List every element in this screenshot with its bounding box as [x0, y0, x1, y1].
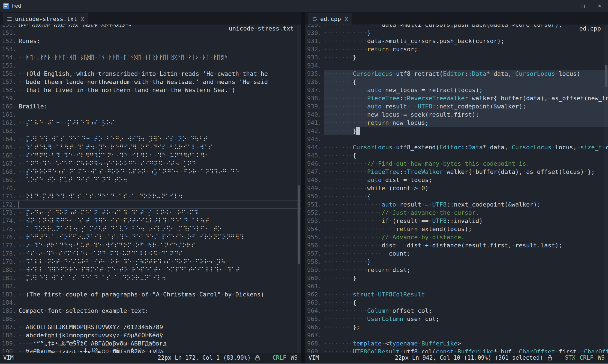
code-line[interactable]: 185.Compact·font·selection·example·text: [0, 307, 301, 315]
code-line[interactable]: 949.············while·(count·>·0) [305, 184, 608, 192]
code-line[interactable]: 168.··⡎⠊⠗⠕⠕⠛⠑⠰⠎·⠝⠁⠍⠑·⠺⠁⠎·⠛⠕⠕⠙·⠥⠏⠕⠝·⠰⡡⠁⠝⠛… [0, 168, 301, 176]
code-line[interactable]: 958.············} [305, 258, 608, 266]
code-line[interactable]: 182. [0, 282, 301, 290]
code-line[interactable]: 951.················auto·result·=·UTF8::… [305, 201, 608, 209]
code-line[interactable]: 169.··⠡⠕⠎⠑·⠞⠕·⠏⠥⠞·⠙⠊⠎·⠙⠁⠝⠙·⠞⠕⠲ [0, 176, 301, 184]
editor-ed-cpp[interactable]: ed.cpp 929.················data->multi_c… [305, 25, 608, 353]
code-line[interactable]: 167.··⠁⠝⠙·⠹⠑·⠡⠊⠑⠋·⠍⠳⠗⠝⠻⠲·⡎⠊⠗⠕⠕⠛⠑·⠎⠊⠛⠝⠫·⠊… [0, 160, 301, 168]
tab-close-icon[interactable]: X [81, 16, 84, 22]
whitespace-dots: · [157, 242, 160, 249]
code-line[interactable]: 154.··ᚻᛖ·ᚳᚹᚫᚦ·ᚦᚫᛏ·ᚻᛖ·ᛒᚢᛞᛖ·ᚩᚾ·ᚦᚫᛗ·ᛚᚪᚾᛞᛖ·ᚾ… [0, 53, 301, 62]
code-line[interactable]: 181.··⡍⠜⠇⠑⠹·⠺⠁⠎·⠁⠎·⠙⠑⠁⠙·⠁⠎·⠁·⠙⠕⠕⠗⠤⠝⠁⠊⠇⠲ [0, 274, 301, 282]
code-line[interactable]: 184. [0, 299, 301, 307]
code-line[interactable]: 950.············{ [305, 192, 608, 201]
code-line[interactable]: 936.········{ [305, 78, 608, 86]
code-line[interactable]: 929.················data->multi_cursors.… [305, 25, 608, 29]
code-line[interactable]: 947.············PieceTree::TreeWalker·wa… [305, 168, 608, 176]
code-line[interactable]: 932.············return·cursor; [305, 45, 608, 53]
code-line[interactable]: 190.··∀∂∈ℝ∧∪≡∞·↑↗↨↻⇣·┐┼╔╘░►☺♀·ﬁ�⑀₂ἠḂӥẄɐː… [0, 348, 301, 353]
scrollbar[interactable] [297, 25, 301, 353]
code-line[interactable]: 162.··⡌⠁⠧⠑·⠼⠁⠒··⡍⠜⠇⠑⠹⠰⠎·⡣⠕⠌ [0, 119, 301, 127]
code-line[interactable]: 178.··⠊⠎·⠔·⠹⠑·⠎⠊⠍⠊⠇⠑⠆·⠁⠝⠙·⠍⠹·⠥⠝⠙⠁⠇⠇⠪⠫·⠙⠁… [0, 250, 301, 258]
code-line[interactable]: 157.··bude·thaem·lande·northweardum·with… [0, 78, 301, 86]
code-line[interactable]: 187.··ABCDEFGHIJKLMNOPQRSTUVWXYZ·/012345… [0, 323, 301, 331]
code-line[interactable]: 158.··that·he·lived·in·the·northern·land… [0, 86, 301, 94]
code-line[interactable]: 156.··(Old·English,·which·transcribed·in… [0, 70, 301, 78]
code-line[interactable]: 161. [0, 111, 301, 119]
code-line[interactable]: 968.········template·<typename·BufferLik… [305, 339, 608, 348]
code-line[interactable]: 964.············Column·offset_col; [305, 307, 608, 315]
code-line[interactable]: 177.··⠔·⠹⠑·⠞⠗⠁⠙⠑⠲·⡃⠥⠞·⠹⠑·⠺⠊⠎⠙⠕⠍·⠕⠋·⠳⠗·⠁⠝… [0, 241, 301, 250]
code-line[interactable]: 165.··⠱⠁⠞⠑⠧⠻·⠁⠃⠳⠞·⠹⠁⠞⠲·⡹⠑·⠗⠑⠛⠊⠌⠻·⠕⠋·⠙⠊⠎·… [0, 143, 301, 151]
code-line[interactable]: 943. [305, 135, 608, 143]
code-line[interactable]: 961. [305, 282, 608, 290]
code-line[interactable]: 935.········CursorLocus·utf8_retract(Edi… [305, 70, 608, 78]
code-line[interactable]: 166.··⠎⠊⠛⠝⠫·⠃⠹·⠹⠑·⠊⠇⠻⠛⠹⠍⠁⠝⠂·⠹⠑·⠊⠇⠻⠅⠂·⠹⠑·… [0, 151, 301, 160]
code-line[interactable]: 957.················--count; [305, 250, 608, 258]
code-line[interactable]: 960.········} [305, 274, 608, 282]
code-line[interactable]: 155. [0, 62, 301, 70]
code-line[interactable]: 160.Braille: [0, 102, 301, 111]
tab-close-icon[interactable]: X [345, 16, 348, 22]
code-line[interactable]: 934. [305, 62, 608, 70]
code-line[interactable]: 938.············PieceTree::ReverseTreeWa… [305, 94, 608, 102]
scrollbar[interactable] [604, 25, 608, 353]
code-line[interactable]: 153. [0, 45, 301, 53]
minimize-button[interactable]: ─ [557, 0, 574, 12]
code-line[interactable]: 944.········CursorLocus·utf8_extend(Edit… [305, 143, 608, 151]
line-text: ············} [324, 258, 608, 266]
code-line[interactable]: 962.········struct·UTF8ColResult [305, 290, 608, 299]
pane-divider[interactable] [301, 12, 305, 363]
whitespace-dots: · [128, 266, 132, 273]
code-line[interactable]: 946.············//·Find·out·how·many·byt… [305, 160, 608, 168]
code-line[interactable]: 163. [0, 127, 301, 135]
code-line[interactable]: 174.··⠪⠝·⠅⠝⠪⠇⠫⠛⠑⠂·⠱⠁⠞·⠹⠻⠑·⠊⠎·⠏⠜⠞⠊⠊⠥⠇⠜⠇⠹·… [0, 217, 301, 225]
code-line[interactable]: 939.············auto·result·=·UTF8::next… [305, 102, 608, 111]
code-line[interactable]: 959.············return·dist; [305, 266, 608, 274]
line-number: 941. [305, 119, 322, 127]
code-line[interactable]: 930.············} [305, 29, 608, 37]
code-line[interactable]: 183.··(The·first·couple·of·paragraphs·of… [0, 290, 301, 299]
code-line[interactable]: 940.············new_locus·=·seek(result.… [305, 111, 608, 119]
code-line[interactable]: 152.Runes: [0, 37, 301, 45]
code-line[interactable]: 965.············UserColumn·user_col; [305, 315, 608, 323]
code-line[interactable]: 159. [0, 94, 301, 102]
code-line[interactable]: 933.········} [305, 53, 608, 62]
code-line[interactable]: 941.············return·new_locus; [305, 119, 608, 127]
code-line[interactable]: 952.················//·Just·advance·the·… [305, 209, 608, 217]
code-line[interactable]: 942.········} [305, 127, 608, 135]
code-line[interactable]: 966.········}; [305, 323, 608, 331]
line-text: ········} [324, 53, 608, 62]
code-line[interactable]: 956.················dist·=·dist·+·distan… [305, 241, 608, 250]
scrollbar-thumb[interactable] [605, 65, 607, 87]
tab-unicode-stress-txt[interactable]: unicode-stress.txt X [3, 13, 88, 25]
close-button[interactable]: ✕ [591, 0, 608, 12]
code-line[interactable]: 963.········{ [305, 299, 608, 307]
code-line[interactable]: 176.··⠗⠑⠛⠜⠙·⠁·⠊⠕⠋⠋⠔⠤⠝⠁⠊⠇·⠁⠎·⠹⠑·⠙⠑⠁⠙⠑⠌·⠏⠊… [0, 233, 301, 241]
code-line[interactable]: 954.····················return·extend(lo… [305, 225, 608, 233]
editor-unicode-stress[interactable]: unicode-stress.txt 150.ሰው·እንደቤቱ·እንጅ·እንደ·… [0, 25, 301, 353]
code-line[interactable]: 948.············auto·dist·=·locus; [305, 176, 608, 184]
code-line[interactable]: 186. [0, 315, 301, 323]
code-line[interactable]: 180.··⠺⠊⠇⠇·⠹⠻⠑⠋⠕⠗⠑·⠏⠻⠍⠊⠞·⠍⠑·⠞⠕·⠗⠑⠏⠑⠁⠞⠂·⠑… [0, 266, 301, 274]
code-line[interactable]: 955.················//·Advance·by·distan… [305, 233, 608, 241]
code-line[interactable]: 967. [305, 331, 608, 339]
tab-ed-cpp[interactable]: ed.cpp X [308, 13, 352, 25]
code-line[interactable]: 175.··⠁·⠙⠕⠕⠗⠤⠝⠁⠊⠇⠲·⡊·⠍⠊⠣⠞·⠙⠁⠧⠑·⠃⠑⠲·⠔⠊⠇⠔⠫… [0, 225, 301, 233]
token: ⡕⠇⠙ [26, 193, 39, 200]
code-line[interactable]: 937.············auto·new_locus·=·retract… [305, 86, 608, 94]
code-line[interactable]: 170. [0, 184, 301, 192]
code-line[interactable]: 164.··⡍⠜⠇⠑⠹·⠺⠁⠎·⠙⠑⠁⠙⠒·⠞⠕·⠃⠑⠛⠔·⠺⠊⠹⠲·⡹⠻⠑·⠊… [0, 135, 301, 143]
maximize-button[interactable]: □ [574, 0, 591, 12]
code-line[interactable]: 189.··–—‘“”„†‡•…‰™œŠŸž€·ΑΒΓΔΩαβγδω·АБВГД… [0, 339, 301, 348]
code-line[interactable]: 188.··abcdefghijklmnopqrstuvwxyz·£©µÀÆÖÞ… [0, 331, 301, 339]
code-line[interactable]: 969.········UTF8ColResult·utf8_col(const… [305, 348, 608, 353]
code-line[interactable]: 179.··⠩⠁⠇⠇·⠝⠕⠞·⠙⠊⠌⠥⠗⠃·⠊⠞⠂·⠕⠗·⠹⠑·⡊⠳⠝⠞⠗⠹⠰⠎… [0, 258, 301, 266]
code-line[interactable]: 953.················if·(result·==·UTF8::… [305, 217, 608, 225]
code-line[interactable]: 945.········{ [305, 151, 608, 160]
scrollbar-thumb[interactable] [298, 185, 300, 264]
code-line[interactable]: 172. [0, 201, 301, 209]
code-line[interactable]: 171.··⡕⠇⠙·⡍⠜⠇⠑⠹·⠺⠁⠎·⠁⠎·⠙⠑⠁⠙·⠁⠎·⠁·⠙⠕⠕⠗⠤⠝⠁… [0, 192, 301, 201]
code-line[interactable]: 931.············data->multi_cursors.push… [305, 37, 608, 45]
code-line[interactable]: 173.··⡍⠔⠙⠖·⡊·⠙⠕⠝⠰⠞·⠍⠑⠁⠝·⠞⠕·⠎⠁⠹·⠹⠁⠞·⡊·⠅⠝⠪… [0, 209, 301, 217]
